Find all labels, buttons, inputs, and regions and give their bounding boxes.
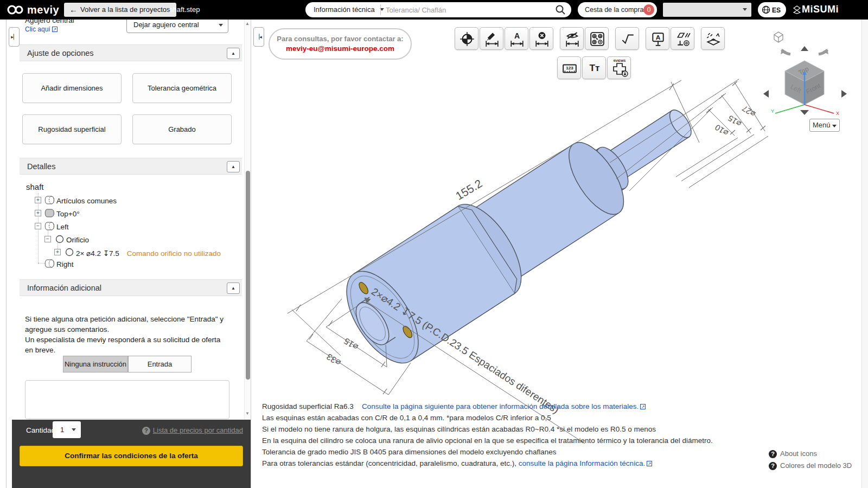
axis-x-label: X	[836, 111, 839, 115]
collapsed-left-rail	[0, 20, 7, 488]
meviy-logo-icon	[7, 4, 25, 15]
tree-item-hole[interactable]: 2× ⌀4.2 ↧7.5 Comando orificio no utiliza…	[76, 249, 221, 258]
tree-item-top[interactable]: Top+0°	[56, 210, 80, 218]
technical-info-link[interactable]: consulte la página Información técnica.	[519, 459, 645, 467]
rotate-left-icon[interactable]	[781, 49, 790, 54]
language-code: ES	[772, 7, 781, 14]
tolerance-notes: Rugosidad superficial Ra6.3 Consulte la …	[262, 401, 713, 469]
toggle-entry[interactable]: Entrada	[128, 356, 192, 373]
language-button[interactable]: ES	[758, 2, 786, 17]
tree-expander-orificio[interactable]: −	[44, 236, 51, 242]
confirm-quote-button[interactable]: Confirmar las condiciones de la oferta	[20, 446, 243, 466]
help-icon: ?	[142, 427, 150, 435]
file-tab[interactable]: shaft.step	[169, 5, 200, 14]
collapse-additional-button[interactable]: ▲	[227, 282, 240, 294]
misumi-logo-icon	[793, 5, 801, 14]
cylinder-icon	[44, 259, 55, 268]
details-section-header: Detalles ▲	[20, 158, 242, 175]
view-cube-widget[interactable]: Top Left Front Y X	[762, 26, 849, 115]
canvas-help-links: ?About icons ?Colores del modelo 3D	[769, 448, 852, 472]
meviy-logo[interactable]: meviy	[27, 4, 59, 16]
globe-icon	[762, 5, 770, 14]
tree-item-common[interactable]: Artículos comunes	[56, 197, 117, 205]
tree-expander-hole[interactable]: +	[54, 249, 61, 255]
additional-info-text: Si tiene alguna otra petición adicional,…	[25, 314, 230, 355]
collapse-details-button[interactable]: ▲	[227, 161, 240, 172]
cart-button[interactable]: Cesta de la compra 0	[578, 2, 657, 17]
cylinder-icon	[44, 196, 55, 204]
dim-end-outer: ⌀27	[741, 104, 757, 119]
collapse-options-button[interactable]: ▲	[227, 48, 240, 59]
scroll-down-icon[interactable]: ▼	[245, 411, 250, 416]
about-icons-link[interactable]: ?About icons	[769, 448, 852, 460]
chevron-down-icon	[743, 8, 747, 11]
cylinder-icon	[44, 222, 55, 230]
axes-triad: Y X	[771, 70, 839, 115]
help-icon: ?	[769, 450, 777, 458]
sidebar-scrollbar[interactable]: ▲ ▼	[244, 20, 251, 420]
top-bar: meviy ← Volver a la lista de proyectos s…	[0, 0, 868, 20]
model-colors-link[interactable]: ?Colores del modelo 3D	[769, 460, 852, 472]
rotate-right-icon[interactable]	[819, 49, 828, 54]
rotate-view-right-icon[interactable]	[841, 90, 847, 98]
toggle-no-instruction[interactable]: Ninguna instrucción	[63, 356, 128, 373]
tree-item-orificio[interactable]: Orificio	[66, 236, 89, 244]
quantity-label: Cantidad	[26, 426, 55, 434]
price-list-link[interactable]: ?Lista de precios por cantidad	[142, 426, 243, 435]
dim-end-mid: ⌀15	[726, 113, 743, 129]
tilt-up-icon[interactable]	[801, 46, 808, 51]
cart-count-badge: 0	[643, 4, 654, 15]
search-category-select[interactable]: Información técnica	[314, 2, 384, 17]
view-menu-button[interactable]: Menú	[809, 119, 840, 132]
help-icon: ?	[769, 462, 777, 470]
dim-total-length: 155.2	[454, 177, 484, 202]
geometric-tolerance-button[interactable]: Tolerancia geométrica	[132, 73, 232, 103]
misumi-brand: MiSUMi	[802, 4, 839, 15]
scroll-up-icon[interactable]: ▲	[245, 21, 250, 26]
tree-expander-left[interactable]: −	[35, 223, 41, 229]
wireframe-cube-icon[interactable]	[774, 32, 783, 42]
quantity-select[interactable]: 1	[53, 421, 81, 438]
shaft-model	[332, 76, 715, 375]
dim-end-tip: ⌀10	[713, 123, 730, 138]
circle-icon	[55, 235, 64, 243]
external-link-icon: ↗	[640, 404, 646, 409]
add-dimensions-button[interactable]: Añadir dimensiones	[22, 73, 122, 103]
quote-footer-panel: Cantidad 1 ?Lista de precios por cantida…	[12, 420, 251, 488]
rotate-view-left-icon[interactable]	[763, 90, 769, 98]
hole-warning-text: Comando orificio no utilizado	[127, 249, 221, 258]
comments-textarea[interactable]	[25, 380, 229, 419]
surface-roughness-button[interactable]: Rugosidad superficial	[22, 114, 122, 144]
page-scrollbar[interactable]	[861, 20, 868, 488]
materials-info-link[interactable]: Consulte la página siguiente para obtene…	[362, 402, 639, 410]
chevron-down-icon	[72, 428, 76, 431]
tree-expander-top[interactable]: +	[35, 210, 41, 216]
axis-y-label: Y	[771, 108, 774, 114]
dim-front-boss: ⌀15	[342, 336, 360, 352]
chevron-down-icon	[219, 24, 223, 27]
central-hole-help-link[interactable]: Clic aquí↗	[25, 25, 58, 33]
search-icon[interactable]	[555, 4, 566, 15]
sidebar-scroll-thumb[interactable]	[246, 171, 250, 380]
back-to-projects-button[interactable]: ← Volver a la lista de proyectos	[64, 3, 176, 17]
header-empty-select[interactable]	[663, 3, 751, 17]
collapse-sidebar-handle[interactable]: ▕◂	[253, 27, 264, 47]
options-section-header: Ajuste de opciones ▲	[20, 44, 242, 61]
expand-left-rail-handle[interactable]: ▸▏	[9, 27, 20, 47]
chevron-down-icon	[832, 125, 837, 127]
tree-connector	[38, 263, 44, 264]
cylinder-icon	[44, 209, 55, 217]
tree-root[interactable]: shaft	[26, 182, 44, 191]
search-input[interactable]	[386, 3, 548, 16]
search-bar: Información técnica	[305, 2, 571, 17]
engraving-button[interactable]: Grabado	[132, 114, 232, 144]
tilt-down-icon[interactable]	[800, 110, 809, 115]
external-link-icon: ↗	[647, 461, 652, 466]
divider	[380, 4, 381, 15]
tree-item-left[interactable]: Left	[56, 223, 69, 231]
additional-info-section-header: Información adicional ▲	[20, 279, 242, 296]
circle-icon	[65, 248, 74, 256]
tree-item-right[interactable]: Right	[56, 260, 74, 268]
tree-expander-common[interactable]: +	[35, 197, 41, 203]
external-link-icon: ↗	[52, 27, 58, 32]
